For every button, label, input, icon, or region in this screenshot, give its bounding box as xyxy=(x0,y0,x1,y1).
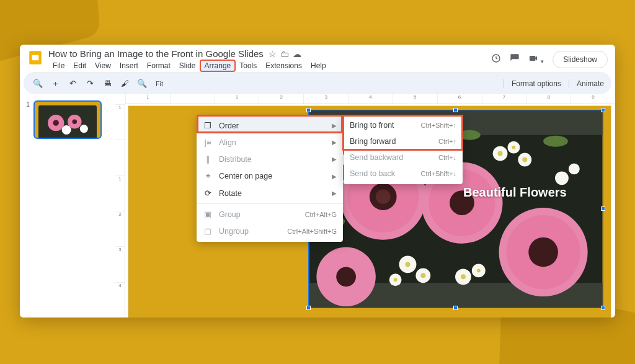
order-icon: ❐ xyxy=(203,121,213,130)
svg-point-46 xyxy=(477,269,481,272)
order-submenu: Bring to front Ctrl+Shift+↑ Bring forwar… xyxy=(344,115,463,184)
menu-view[interactable]: View xyxy=(91,60,115,71)
svg-point-16 xyxy=(376,189,391,204)
zoom-fit[interactable]: Fit xyxy=(153,77,166,91)
menubar: File Edit View Insert Format Slide Arran… xyxy=(48,60,491,71)
menu-item-ungroup: ▢ Ungroup Ctrl+Alt+Shift+G xyxy=(197,223,343,239)
menu-edit[interactable]: Edit xyxy=(69,60,91,71)
cloud-status-icon: ☁ xyxy=(293,49,301,59)
menu-insert[interactable]: Insert xyxy=(115,60,143,71)
menu-tools[interactable]: Tools xyxy=(235,60,261,71)
format-options-button[interactable]: Format options xyxy=(504,79,561,88)
group-icon: ▣ xyxy=(203,210,213,219)
google-slides-window: How to Bring an Image to the Front in Go… xyxy=(20,45,615,317)
titlebar: How to Bring an Image to the Front in Go… xyxy=(20,45,615,72)
chevron-right-icon: ▶ xyxy=(332,190,337,197)
svg-rect-1 xyxy=(32,55,39,61)
menu-item-distribute: ∥ Distribute ▶ xyxy=(197,151,343,167)
svg-point-9 xyxy=(80,125,88,133)
new-slide-icon[interactable]: ＋ xyxy=(48,77,62,91)
menu-extensions[interactable]: Extensions xyxy=(261,60,306,71)
redo-icon[interactable]: ↷ xyxy=(83,77,97,91)
menu-help[interactable]: Help xyxy=(306,60,331,71)
chevron-right-icon: ▶ xyxy=(332,173,337,180)
menu-item-rotate[interactable]: ⟳ Rotate ▶ xyxy=(197,185,343,202)
center-icon: ⌖ xyxy=(203,171,213,181)
slide-thumbnail-panel: 1 xyxy=(20,94,115,317)
slides-logo-icon xyxy=(27,50,43,66)
move-folder-icon[interactable]: 🗀 xyxy=(280,49,289,59)
ungroup-icon: ▢ xyxy=(203,226,213,236)
toolbar: 🔍 ＋ ↶ ↷ 🖶 🖌 🔍 Fit Format options Animate xyxy=(24,72,611,94)
zoom-icon[interactable]: 🔍 xyxy=(135,77,149,91)
svg-point-35 xyxy=(555,171,569,185)
svg-point-36 xyxy=(569,163,580,174)
svg-point-42 xyxy=(406,262,411,267)
menu-item-order[interactable]: ❐ Order ▶ xyxy=(197,117,343,134)
svg-point-48 xyxy=(543,136,568,147)
svg-point-44 xyxy=(394,278,397,282)
menu-item-center-on-page[interactable]: ⌖ Center on page ▶ xyxy=(197,167,343,185)
document-title[interactable]: How to Bring an Image to the Front in Go… xyxy=(48,48,264,59)
menu-format[interactable]: Format xyxy=(143,60,175,71)
slideshow-button[interactable]: Slideshow xyxy=(553,51,608,68)
rotate-icon: ⟳ xyxy=(203,189,213,198)
svg-point-43 xyxy=(420,273,425,278)
chevron-right-icon: ▶ xyxy=(332,122,337,129)
svg-point-39 xyxy=(498,151,503,156)
menu-item-send-backward: Send backward Ctrl+↓ xyxy=(344,149,463,166)
distribute-icon: ∥ xyxy=(203,154,213,164)
align-icon: |≡ xyxy=(203,138,213,147)
svg-point-40 xyxy=(512,146,515,149)
slide-thumbnail[interactable] xyxy=(33,100,102,139)
svg-point-8 xyxy=(62,125,71,135)
menu-arrange[interactable]: Arrange xyxy=(200,60,236,71)
menu-item-bring-to-front[interactable]: Bring to front Ctrl+Shift+↑ xyxy=(344,117,463,133)
thumbnail-number: 1 xyxy=(26,100,30,139)
svg-point-5 xyxy=(53,120,59,125)
paint-format-icon[interactable]: 🖌 xyxy=(118,77,131,91)
history-icon[interactable] xyxy=(491,53,501,66)
chevron-right-icon: ▶ xyxy=(332,139,337,146)
svg-point-41 xyxy=(522,158,527,162)
menu-file[interactable]: File xyxy=(48,60,69,71)
print-icon[interactable]: 🖶 xyxy=(100,77,114,91)
svg-point-45 xyxy=(461,274,466,279)
search-menus-icon[interactable]: 🔍 xyxy=(31,77,45,91)
menu-separator xyxy=(197,203,343,204)
comment-icon[interactable] xyxy=(510,53,520,66)
menu-item-send-to-back: Send to back Ctrl+Shift+↓ xyxy=(344,166,463,182)
undo-icon[interactable]: ↶ xyxy=(66,77,79,91)
svg-point-26 xyxy=(336,267,356,286)
arrange-menu-dropdown: ❐ Order ▶ |≡ Align ▶ ∥ Distribute ▶ ⌖ Ce… xyxy=(197,115,343,242)
menu-item-group: ▣ Group Ctrl+Alt+G xyxy=(197,206,343,223)
menu-item-bring-forward[interactable]: Bring forward Ctrl+↑ xyxy=(344,133,463,149)
menu-item-align: |≡ Align ▶ xyxy=(197,134,343,151)
svg-point-7 xyxy=(73,120,78,125)
ruler-vertical: 1 12 34 xyxy=(115,104,125,317)
menu-slide[interactable]: Slide xyxy=(175,60,200,71)
chevron-right-icon: ▶ xyxy=(332,156,337,162)
slide-text-caption[interactable]: Beautiful Flowers xyxy=(463,185,567,200)
meet-icon[interactable]: ▾ xyxy=(528,53,544,66)
star-icon[interactable]: ☆ xyxy=(269,49,277,59)
ruler-horizontal: 1 12 34 56 78 9 xyxy=(125,94,615,104)
svg-point-22 xyxy=(528,237,558,267)
animate-button[interactable]: Animate xyxy=(569,79,604,88)
